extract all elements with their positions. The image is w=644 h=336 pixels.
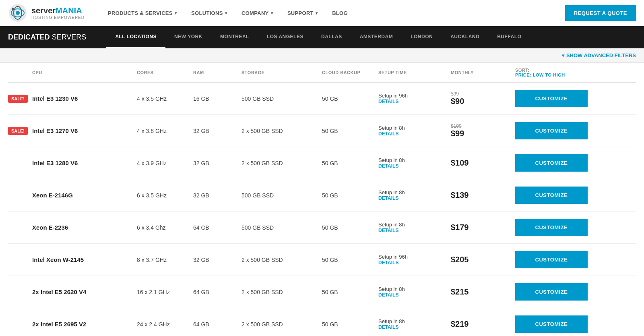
logo-name: serverMANIA	[31, 6, 85, 15]
header-setup-time: SETUP TIME	[378, 70, 451, 75]
header-ram: RAM	[193, 70, 242, 75]
table-headers: CPU CORES RAM STORAGE CLOUD BACKUP SETUP…	[8, 63, 636, 83]
price-cell: $205	[451, 255, 515, 264]
customize-button[interactable]: CUSTOMIZE	[515, 251, 588, 268]
location-tab-all-locations[interactable]: ALL LOCATIONS	[106, 26, 165, 48]
page-title: DEDICATED SERVERS	[8, 33, 86, 41]
customize-button[interactable]: CUSTOMIZE	[515, 219, 588, 236]
logo-tagline: HOSTING EMPOWERED	[31, 15, 85, 20]
details-link[interactable]: DETAILS	[378, 228, 451, 233]
storage-value: 2 x 500 GB SSD	[242, 128, 322, 134]
location-tab-new-york[interactable]: NEW YORK	[165, 26, 211, 48]
location-tab-amsterdam[interactable]: AMSTERDAM	[351, 26, 402, 48]
table-row: 2x Intel E5 2695 V224 x 2.4 GHz64 GB2 x …	[8, 308, 636, 336]
details-link[interactable]: DETAILS	[378, 260, 451, 265]
setup-time-cell: Setup in 96hDETAILS	[378, 254, 451, 265]
ram-value: 64 GB	[193, 224, 242, 231]
location-tab-dallas[interactable]: DALLAS	[312, 26, 351, 48]
customize-button[interactable]: CUSTOMIZE	[515, 187, 588, 204]
customize-button[interactable]: CUSTOMIZE	[515, 315, 588, 333]
request-quote-button[interactable]: REQUEST A QUOTE	[565, 5, 636, 21]
cores-value: 6 x 3.4 Ghz	[137, 224, 193, 231]
storage-value: 500 GB SSD	[242, 95, 322, 102]
setup-time-text: Setup in 8h	[378, 157, 451, 163]
nav-solutions[interactable]: SOLUTIONS ▾	[184, 0, 234, 26]
storage-value: 2 x 500 GB SSD	[242, 321, 322, 328]
cores-value: 6 x 3.5 GHz	[137, 192, 193, 199]
nav-support[interactable]: SUPPORT ▾	[280, 0, 325, 26]
cloud-backup-value: 50 GB	[322, 224, 378, 231]
table-row: Intel E3 1280 V64 x 3.9 GHz32 GB2 x 500 …	[8, 147, 636, 179]
details-link[interactable]: DETAILS	[378, 131, 451, 137]
table-row: SALE!Intel E3 1270 V64 x 3.8 GHz32 GB2 x…	[8, 115, 636, 147]
header-monthly: MONTHLY	[451, 70, 515, 75]
current-price: $179	[451, 223, 469, 232]
price-cell: $109	[451, 158, 515, 168]
price-cell: $99$90	[451, 91, 515, 106]
location-tab-los-angeles[interactable]: LOS ANGELES	[258, 26, 312, 48]
storage-value: 2 x 500 GB SSD	[242, 160, 322, 166]
cpu-name: Xeon E-2236	[32, 224, 137, 231]
price-cell: $179	[451, 223, 515, 232]
svg-point-4	[12, 8, 14, 10]
cores-value: 4 x 3.9 GHz	[137, 160, 193, 166]
cpu-name: Xeon E-2146G	[32, 192, 137, 199]
sale-badge: SALE!	[8, 95, 28, 103]
header-sort[interactable]: SORT: Price: Low to High	[515, 68, 596, 77]
location-bar: DEDICATED SERVERS ALL LOCATIONSNEW YORKM…	[0, 26, 644, 48]
setup-time-text: Setup in 8h	[378, 318, 451, 324]
current-price: $139	[451, 191, 469, 200]
cpu-name: Intel E3 1280 V6	[32, 160, 137, 166]
setup-time-cell: Setup in 8hDETAILS	[378, 286, 451, 298]
nav-blog[interactable]: BLOG	[325, 0, 355, 26]
customize-button[interactable]: CUSTOMIZE	[515, 154, 588, 172]
details-link[interactable]: DETAILS	[378, 292, 451, 298]
location-tab-buffalo[interactable]: BUFFALO	[488, 26, 530, 48]
setup-time-text: Setup in 8h	[378, 189, 451, 195]
header-cpu: CPU	[32, 70, 137, 75]
ram-value: 64 GB	[193, 289, 242, 295]
location-tabs: ALL LOCATIONSNEW YORKMONTREALLOS ANGELES…	[106, 26, 530, 48]
chevron-down-icon: ▾	[316, 11, 318, 15]
customize-button[interactable]: CUSTOMIZE	[515, 283, 588, 301]
header-cloud-backup: CLOUD BACKUP	[322, 70, 378, 75]
header-cores: CORES	[137, 70, 193, 75]
show-filters-button[interactable]: ▾ SHOW ADVANCED FILTERS	[562, 52, 636, 58]
location-tab-london[interactable]: LONDON	[402, 26, 442, 48]
customize-button[interactable]: CUSTOMIZE	[515, 90, 588, 107]
setup-time-cell: Setup in 8hDETAILS	[378, 222, 451, 233]
location-tab-auckland[interactable]: AUCKLAND	[442, 26, 488, 48]
ram-value: 32 GB	[193, 257, 242, 263]
logo[interactable]: serverMANIA HOSTING EMPOWERED	[8, 3, 85, 23]
nav-products[interactable]: PRODUCTS & SERVICES ▾	[101, 0, 184, 26]
location-tab-montreal[interactable]: MONTREAL	[211, 26, 258, 48]
storage-value: 2 x 500 GB SSD	[242, 289, 322, 295]
table-body: SALE!Intel E3 1230 V64 x 3.5 GHz16 GB500…	[8, 83, 636, 336]
setup-time-text: Setup in 8h	[378, 286, 451, 292]
original-price: $99	[451, 91, 459, 97]
chevron-down-icon: ▾	[562, 53, 564, 58]
nav-links: PRODUCTS & SERVICES ▾ SOLUTIONS ▾ COMPAN…	[101, 0, 565, 26]
nav-company[interactable]: COMPANY ▾	[234, 0, 280, 26]
details-link[interactable]: DETAILS	[378, 163, 451, 169]
cloud-backup-value: 50 GB	[322, 289, 378, 295]
customize-button[interactable]: CUSTOMIZE	[515, 122, 588, 139]
cpu-name: 2x Intel E5 2620 V4	[32, 288, 137, 295]
current-price: $205	[451, 255, 469, 264]
details-link[interactable]: DETAILS	[378, 195, 451, 201]
cpu-name: Intel E3 1270 V6	[32, 127, 137, 134]
cloud-backup-value: 50 GB	[322, 95, 378, 102]
table-row: Intel Xeon W-21458 x 3.7 GHz32 GB2 x 500…	[8, 244, 636, 276]
details-link[interactable]: DETAILS	[378, 324, 451, 330]
chevron-down-icon: ▾	[175, 11, 177, 15]
filter-bar: ▾ SHOW ADVANCED FILTERS	[0, 48, 644, 63]
top-nav: serverMANIA HOSTING EMPOWERED PRODUCTS &…	[0, 0, 644, 26]
cores-value: 4 x 3.5 GHz	[137, 95, 193, 102]
original-price: $109	[451, 123, 462, 129]
storage-value: 500 GB SSD	[242, 224, 322, 231]
cores-value: 8 x 3.7 GHz	[137, 257, 193, 263]
setup-time-cell: Setup in 8hDETAILS	[378, 189, 451, 201]
svg-point-3	[16, 11, 20, 15]
cloud-backup-value: 50 GB	[322, 160, 378, 166]
details-link[interactable]: DETAILS	[378, 99, 451, 104]
